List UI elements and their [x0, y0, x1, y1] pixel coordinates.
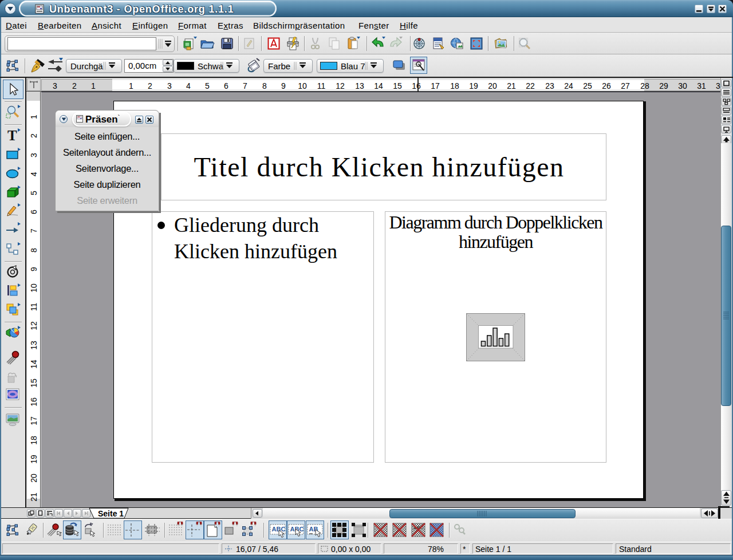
svg-text:Seite 1: Seite 1 [98, 509, 124, 518]
svg-text:T: T [7, 128, 17, 143]
svg-text:ABC: ABC [272, 526, 286, 533]
